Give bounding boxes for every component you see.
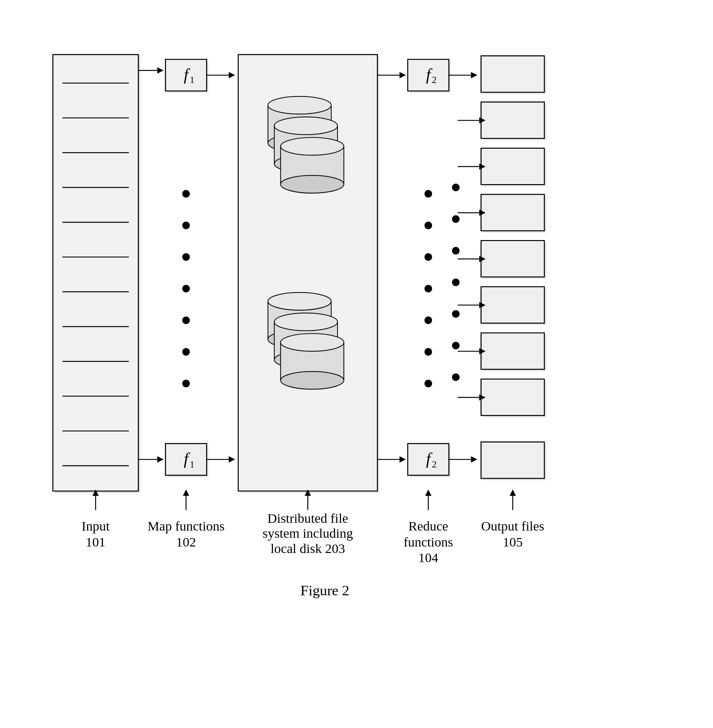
- diagram-container: f 1 f 1: [15, 22, 698, 706]
- svg-marker-136: [92, 489, 98, 496]
- svg-marker-140: [305, 489, 311, 496]
- svg-point-61: [281, 371, 344, 389]
- svg-rect-3: [53, 55, 139, 491]
- svg-rect-19: [167, 61, 209, 93]
- svg-marker-24: [229, 72, 235, 78]
- svg-text:Reduce: Reduce: [408, 519, 448, 534]
- diagram-svg: f 1 f 1: [31, 42, 682, 611]
- svg-marker-119: [479, 209, 485, 216]
- svg-text:101: 101: [85, 535, 105, 549]
- svg-rect-53: [268, 301, 331, 339]
- svg-point-129: [452, 215, 459, 223]
- svg-rect-98: [481, 194, 544, 231]
- svg-rect-47: [274, 126, 337, 164]
- svg-text:local disk 203: local disk 203: [271, 541, 345, 556]
- svg-rect-71: [408, 444, 449, 475]
- svg-point-133: [452, 342, 459, 349]
- svg-point-34: [182, 190, 189, 197]
- svg-point-82: [425, 253, 432, 261]
- svg-rect-93: [481, 148, 544, 185]
- svg-text:2: 2: [432, 75, 437, 85]
- svg-point-134: [452, 373, 459, 381]
- svg-rect-72: [410, 446, 450, 477]
- svg-rect-43: [238, 55, 377, 491]
- svg-marker-127: [479, 394, 485, 400]
- svg-rect-20: [166, 59, 207, 91]
- svg-text:Figure 2: Figure 2: [301, 582, 349, 598]
- svg-point-46: [268, 134, 331, 152]
- svg-point-128: [452, 184, 459, 191]
- svg-text:104: 104: [418, 550, 438, 565]
- svg-point-132: [452, 310, 459, 318]
- svg-rect-89: [481, 56, 544, 92]
- svg-text:f: f: [426, 449, 433, 468]
- svg-point-81: [425, 222, 432, 229]
- svg-rect-101: [481, 241, 544, 277]
- svg-marker-77: [400, 456, 406, 462]
- svg-rect-26: [167, 446, 209, 477]
- svg-rect-50: [281, 146, 344, 185]
- svg-rect-64: [408, 59, 449, 91]
- svg-marker-33: [229, 456, 235, 462]
- svg-rect-25: [166, 444, 207, 475]
- svg-point-84: [425, 316, 432, 324]
- svg-rect-2: [55, 57, 140, 493]
- svg-rect-44: [268, 105, 331, 143]
- svg-point-36: [182, 253, 189, 261]
- svg-text:Map functions: Map functions: [147, 519, 224, 534]
- svg-marker-144: [510, 489, 516, 496]
- svg-text:f: f: [184, 449, 190, 468]
- svg-rect-92: [481, 102, 544, 139]
- svg-rect-112: [483, 444, 546, 480]
- svg-rect-87: [481, 56, 544, 92]
- svg-rect-95: [481, 148, 544, 185]
- svg-point-130: [452, 247, 459, 254]
- svg-marker-125: [479, 348, 485, 354]
- svg-marker-117: [479, 163, 485, 170]
- svg-rect-110: [481, 379, 544, 415]
- svg-marker-115: [479, 117, 485, 123]
- svg-rect-104: [481, 287, 544, 323]
- svg-text:functions: functions: [404, 535, 453, 549]
- svg-text:1: 1: [189, 75, 194, 85]
- svg-text:Distributed file: Distributed file: [267, 511, 348, 526]
- svg-text:Output files: Output files: [481, 519, 544, 534]
- svg-point-55: [268, 331, 331, 348]
- svg-text:2: 2: [432, 459, 437, 469]
- svg-point-52: [281, 175, 344, 193]
- svg-point-54: [268, 292, 331, 310]
- svg-rect-97: [483, 196, 546, 233]
- svg-text:1: 1: [189, 459, 194, 469]
- svg-rect-94: [483, 150, 546, 187]
- svg-point-38: [182, 316, 189, 324]
- svg-rect-88: [483, 58, 546, 94]
- svg-rect-108: [481, 379, 544, 415]
- svg-text:102: 102: [176, 535, 196, 549]
- svg-rect-107: [481, 333, 544, 369]
- svg-rect-65: [410, 61, 450, 93]
- svg-point-57: [274, 313, 337, 331]
- svg-point-131: [452, 279, 459, 286]
- svg-point-60: [281, 333, 344, 351]
- svg-text:105: 105: [503, 535, 523, 549]
- svg-marker-17: [157, 67, 164, 73]
- svg-rect-56: [274, 322, 337, 360]
- svg-marker-138: [183, 489, 189, 496]
- svg-rect-111: [481, 442, 544, 479]
- svg-point-49: [274, 155, 337, 172]
- svg-rect-27: [166, 444, 207, 475]
- svg-point-35: [182, 222, 189, 229]
- svg-rect-73: [408, 444, 449, 475]
- svg-point-40: [182, 380, 189, 387]
- svg-rect-109: [483, 381, 546, 417]
- svg-point-45: [268, 96, 331, 114]
- svg-point-80: [425, 190, 432, 197]
- svg-rect-42: [240, 57, 379, 493]
- svg-rect-66: [408, 59, 449, 91]
- svg-text:f: f: [426, 66, 433, 84]
- svg-rect-18: [166, 59, 207, 91]
- diagram-area: f 1 f 1: [31, 42, 682, 611]
- svg-rect-96: [481, 194, 544, 231]
- svg-rect-59: [281, 343, 344, 380]
- svg-rect-103: [483, 288, 546, 325]
